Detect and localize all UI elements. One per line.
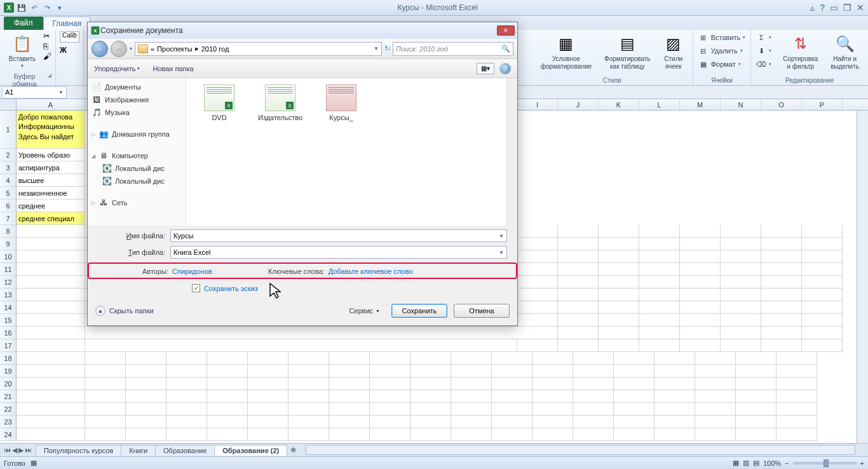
vertical-scrollbar[interactable] — [506, 78, 517, 226]
font-family-select[interactable]: Calib — [60, 31, 79, 43]
tree-item-network[interactable]: ▷🖧Сеть — [88, 196, 186, 209]
chevron-down-icon[interactable]: ▼ — [374, 46, 379, 51]
file-tab[interactable]: Файл — [4, 17, 43, 30]
cell[interactable]: Добро пожалова Информационны Здесь Вы на… — [17, 111, 85, 149]
excel-icon[interactable]: X — [4, 3, 14, 13]
maximize-icon[interactable]: ❐ — [843, 3, 851, 13]
col-header[interactable]: K — [599, 99, 639, 110]
organize-button[interactable]: Упорядочить▾ — [94, 65, 140, 72]
row-header[interactable]: 17 — [0, 339, 17, 352]
col-header[interactable]: I — [517, 99, 558, 110]
macro-indicator-icon[interactable]: ▦ — [31, 459, 37, 467]
tree-item-disk[interactable]: 💽Локальный дис — [88, 162, 186, 175]
cell[interactable]: Уровень образо — [17, 149, 85, 161]
new-sheet-button[interactable]: ✻ — [287, 445, 299, 455]
dialog-launcher-icon[interactable]: ◢ — [48, 72, 51, 88]
zoom-slider[interactable] — [793, 462, 857, 465]
row-header[interactable]: 12 — [0, 276, 17, 289]
sheet-tab[interactable]: Книги — [121, 445, 156, 456]
bold-button[interactable]: Ж — [60, 46, 67, 55]
tree-item-homegroup[interactable]: ▷👥Домашняя группа — [88, 128, 186, 140]
autosum-button[interactable]: Σ▾ — [755, 31, 773, 44]
chevron-down-icon[interactable]: ▼ — [499, 250, 504, 255]
format-painter-icon[interactable]: 🖌 — [43, 51, 51, 61]
tree-item-disk[interactable]: 💽Локальный дис — [88, 175, 186, 187]
sheet-nav-prev-icon[interactable]: ◀ — [12, 446, 17, 454]
format-cells-button[interactable]: ▦Формат▾ — [697, 58, 747, 71]
copy-icon[interactable]: ⎘ — [43, 41, 51, 51]
delete-cells-button[interactable]: ⊟Удалить▾ — [697, 44, 747, 57]
tree-item-music[interactable]: 🎵Музыка — [88, 106, 186, 119]
col-header[interactable]: O — [761, 99, 802, 110]
sheet-tab-active[interactable]: Образование (2) — [214, 445, 287, 456]
nav-history-dropdown[interactable]: ▾ — [130, 46, 132, 51]
horizontal-scrollbar[interactable] — [306, 445, 855, 455]
folder-tree[interactable]: 📄Документы 🖼Изображения 🎵Музыка ▷👥Домашн… — [88, 78, 186, 226]
breadcrumb[interactable]: « Проспекты ▸ 2010 год ▼ — [135, 42, 382, 56]
authors-value[interactable]: Спиридонов — [172, 268, 212, 275]
dialog-close-button[interactable]: ✕ — [497, 25, 515, 36]
undo-icon[interactable]: ↶ — [29, 3, 39, 13]
tab-home[interactable]: Главная — [43, 17, 92, 30]
minimize-icon[interactable]: ▭ — [830, 3, 838, 13]
search-input[interactable]: Поиск: 2010 год 🔍 — [393, 42, 513, 56]
tree-item-documents[interactable]: 📄Документы — [88, 81, 186, 93]
col-header[interactable]: A — [17, 99, 85, 110]
service-menu[interactable]: Сервис▼ — [344, 305, 385, 316]
row-header[interactable]: 4 — [0, 174, 17, 187]
help-icon[interactable]: ? — [820, 3, 825, 13]
row-header[interactable]: 16 — [0, 327, 17, 339]
row-header[interactable]: 22 — [0, 403, 17, 416]
row-header[interactable]: 2 — [0, 149, 17, 161]
zoom-out-button[interactable]: − — [785, 459, 789, 467]
cell[interactable]: незаконченное — [17, 187, 85, 200]
file-list[interactable]: DVD Издательство Курсы_ — [186, 78, 506, 226]
row-header[interactable]: 9 — [0, 238, 17, 250]
cell[interactable]: среднее специал — [17, 212, 85, 225]
cell[interactable] — [17, 225, 85, 238]
zoom-level[interactable]: 100% — [763, 459, 781, 467]
row-header[interactable]: 14 — [0, 301, 17, 314]
col-header[interactable]: P — [802, 99, 843, 110]
row-header[interactable]: 5 — [0, 187, 17, 200]
row-header[interactable]: 23 — [0, 416, 17, 428]
close-icon[interactable]: ✕ — [857, 3, 864, 13]
file-item[interactable]: Издательство — [257, 85, 303, 122]
zoom-in-button[interactable]: + — [860, 459, 864, 467]
view-page-layout-icon[interactable]: ▥ — [743, 459, 749, 467]
insert-cells-button[interactable]: ⊞Вставить▾ — [697, 31, 747, 44]
save-button[interactable]: Сохранить — [391, 304, 447, 318]
thumbnail-checkbox[interactable]: ✓ — [192, 284, 200, 292]
row-header[interactable]: 21 — [0, 390, 17, 403]
col-header[interactable]: N — [721, 99, 761, 110]
tree-item-computer[interactable]: ◢🖥Компьютер — [88, 149, 186, 162]
chevron-down-icon[interactable]: ▼ — [499, 233, 504, 239]
sheet-nav-last-icon[interactable]: ⏭ — [25, 446, 32, 454]
cut-icon[interactable]: ✂ — [43, 31, 51, 41]
sort-filter-button[interactable]: ⇅ Сортировка и фильтр — [778, 31, 823, 73]
row-header[interactable]: 20 — [0, 377, 17, 390]
help-button[interactable]: ? — [499, 63, 511, 74]
view-options-button[interactable]: ▦▾ — [477, 63, 494, 74]
nav-back-button[interactable]: ← — [92, 41, 108, 57]
tree-item-images[interactable]: 🖼Изображения — [88, 93, 186, 106]
col-header[interactable]: M — [680, 99, 721, 110]
col-header[interactable]: L — [639, 99, 680, 110]
cell[interactable]: высшее — [17, 174, 85, 187]
select-all-corner[interactable] — [0, 99, 17, 110]
filename-input[interactable]: Курсы▼ — [170, 229, 507, 242]
fill-button[interactable]: ⬇▾ — [755, 44, 773, 57]
new-folder-button[interactable]: Новая папка — [153, 65, 193, 72]
sheet-tab[interactable]: Популярность курсов — [36, 445, 121, 456]
row-header[interactable]: 1 — [0, 111, 17, 149]
cell-styles-button[interactable]: ▨ Стили ячеек — [658, 31, 689, 73]
row-header[interactable]: 3 — [0, 161, 17, 174]
tags-value[interactable]: Добавьте ключевое слово — [329, 268, 413, 275]
cancel-button[interactable]: Отмена — [454, 304, 510, 318]
sheet-nav-first-icon[interactable]: ⏮ — [4, 446, 11, 454]
format-as-table-button[interactable]: ▤ Форматировать как таблицу — [599, 31, 656, 73]
minimize-ribbon-icon[interactable]: ▵ — [810, 3, 815, 13]
row-header[interactable]: 13 — [0, 289, 17, 301]
save-icon[interactable]: 💾 — [17, 3, 27, 13]
col-header[interactable]: J — [558, 99, 599, 110]
